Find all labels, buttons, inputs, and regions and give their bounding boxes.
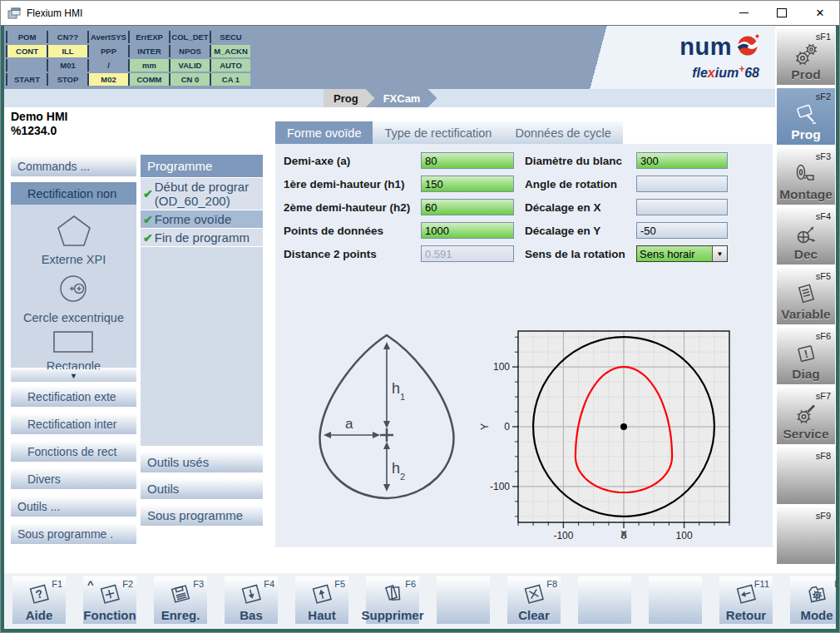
window-edge-bottom [1,629,839,632]
fkey-button-enreg-[interactable]: F3Enreg. [154,576,207,624]
input-d-calage-en-y[interactable]: -50 [636,222,728,239]
left-nav-button-rectification-exte[interactable]: Rectification exte [11,385,136,407]
softkey-variable[interactable]: sF5Variable [777,268,835,324]
flexium-hmi-window: Flexium HMI ✕ POMCN??AvertSYSErrEXPCOL_D… [0,0,840,633]
left-nav-button-fonctions-de-rect[interactable]: Fonctions de rect [11,440,136,462]
program-step-1[interactable]: ✔Forme ovoïde [141,210,263,228]
profile-chart: -100-10000100100XY [479,324,739,545]
breadcrumb: Prog FXCam [4,89,775,107]
left-nav-button-rectification-inter[interactable]: Rectification inter [11,413,136,434]
softkey-montage[interactable]: sF3Montage [777,148,835,205]
mode-icon [804,581,829,610]
program-panel-button-outils-us-s[interactable]: Outils usés [141,451,263,472]
minimize-icon[interactable] [724,1,763,25]
service-icon [793,400,818,427]
program-step-line: Fin de programm [155,230,250,245]
program-panel-button-outils[interactable]: Outils [141,477,263,499]
softkey-label: sF8 [816,451,831,461]
status-cell-mm: mm [130,59,169,72]
more-shapes-button[interactable]: ▼ [11,369,136,382]
input-distance-2-points: 0.591 [421,245,514,262]
status-cell-ErrEXP: ErrEXP [130,31,169,43]
softkey-label: sF6 [816,331,831,341]
status-cell-STOP: STOP [48,73,87,86]
fkey-label: F4 [264,579,274,589]
status-cell-M_ACKN: M_ACKN [211,45,250,57]
input-1-re-demi-hauteur-h1[interactable]: 150 [421,176,514,192]
fkey-button-empty[interactable] [578,576,631,624]
rotation-direction-select[interactable]: Sens horair▼ [636,245,728,262]
num-swirl-icon [737,34,759,60]
fkey-button-clear[interactable]: F8Clear [507,576,561,624]
breadcrumb-fxcam[interactable]: FXCam [365,89,437,107]
softkey-text: Variable [781,307,830,322]
shape-item-cercle-excentrique[interactable]: Cercle excentrique [23,271,124,329]
softkey-label: sF2 [816,91,831,101]
program-panel-button-sous-programme[interactable]: Sous programme [141,504,263,526]
window-edge-left [1,26,4,632]
status-cell-PPP: PPP [89,45,128,57]
status-cell-START: START [7,73,47,86]
input-points-de-donn-es[interactable]: 1000 [421,222,514,239]
tab-type-de-rectification[interactable]: Type de rectification [373,121,503,144]
softkey-prog[interactable]: sF2Prog [777,88,835,145]
fkey-button-empty[interactable] [649,576,702,624]
chevron-down-icon[interactable]: ▼ [712,246,727,261]
fkey-button-haut[interactable]: F5Haut [295,576,348,624]
fkey-text: Bas [240,608,263,622]
left-nav-button-sous-programme[interactable]: Sous programme . [11,522,136,544]
softkey-diag[interactable]: sF6!Diag [777,328,835,384]
field-label: Angle de rotation [525,178,636,190]
field-label: 2ème demi-hauteur (h2) [284,201,421,214]
softkey-sf8[interactable]: sF8 [777,448,835,504]
shape-item-externe-xpi[interactable]: Externe XPI [42,213,106,271]
help-icon: ? [27,581,52,610]
svg-text:-100: -100 [553,530,573,542]
program-step-2[interactable]: ✔Fin de programm [141,229,263,246]
fkey-button-bas[interactable]: F4Bas [225,576,278,624]
program-name: Demo HMI [11,110,67,124]
form-right-column: Diamètre du blanc300Angle de rotationDéc… [525,152,728,262]
tab-donn-es-de-cycle[interactable]: Données de cycle [503,121,622,144]
softkey-dec[interactable]: sF4Dec [777,208,835,265]
gears-icon [793,41,818,67]
program-step-line: Forme ovoïde [155,212,232,226]
svg-text:1: 1 [400,392,405,402]
fkey-button-aide[interactable]: F1?Aide [12,576,66,624]
softkey-sf9[interactable]: sF9 [777,507,835,564]
fkey-button-fonction[interactable]: ^F2Fonction [83,576,136,624]
program-step-line: Début de prograr [155,180,249,194]
left-nav-button-divers[interactable]: Divers [11,467,136,489]
input-demi-axe-a[interactable]: 80 [421,152,514,169]
input-2-me-demi-hauteur-h2[interactable]: 60 [421,199,514,215]
input-diam-tre-du-blanc[interactable]: 300 [636,152,728,169]
left-nav-button-outils[interactable]: Outils ... [11,495,136,517]
softkey-text: Prod [791,67,820,82]
fkey-button-mode[interactable]: FMode [790,576,840,624]
rectification-non-selected[interactable]: Rectification non [11,182,136,205]
fkey-button-empty[interactable] [437,576,490,624]
commands-button[interactable]: Commands ... [11,155,136,176]
fkey-text: Retour [726,608,766,622]
maximize-icon[interactable] [763,1,801,25]
tab-forme-ovo-de[interactable]: Forme ovoïde [275,121,373,144]
fkey-button-retour[interactable]: F11Retour [719,576,773,624]
softkey-prod[interactable]: sF1Prod [777,28,835,85]
up-icon [309,581,334,610]
field-label: Demi-axe (a) [284,155,421,167]
status-cell-NPOS: NPOS [170,45,210,57]
save-icon [168,581,193,610]
close-icon[interactable]: ✕ [801,1,839,25]
svg-text:-100: -100 [490,481,510,492]
fkey-button-supprimer[interactable]: F6Supprimer [366,576,419,624]
program-step-0[interactable]: ✔Début de prograr(OD_60_200) [141,178,263,210]
check-icon: ✔ [143,231,153,245]
fkey-text: Mode [800,608,833,622]
input-d-calage-en-x[interactable] [636,199,728,215]
grinding-wheel-icon [793,161,818,187]
softkey-service[interactable]: sF7Service [777,388,835,444]
status-cell-M01: M01 [48,59,87,72]
breadcrumb-prog[interactable]: Prog [324,89,375,107]
input-angle-de-rotation[interactable] [636,176,728,192]
fkey-text: Fonction [83,608,136,622]
